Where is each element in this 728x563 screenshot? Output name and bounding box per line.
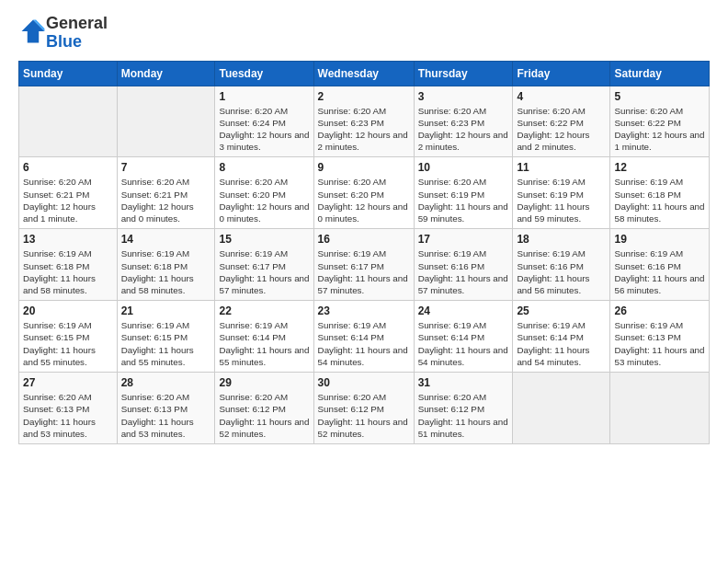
calendar-cell: 29Sunrise: 6:20 AMSunset: 6:12 PMDayligh… xyxy=(215,373,313,444)
day-number: 12 xyxy=(614,161,705,174)
day-info: Sunrise: 6:19 AMSunset: 6:16 PMDaylight:… xyxy=(517,247,606,296)
day-number: 31 xyxy=(418,376,509,389)
day-number: 5 xyxy=(614,90,705,103)
day-number: 4 xyxy=(517,90,606,103)
day-info: Sunrise: 6:19 AMSunset: 6:14 PMDaylight:… xyxy=(418,319,509,368)
calendar-cell: 12Sunrise: 6:19 AMSunset: 6:18 PMDayligh… xyxy=(610,157,710,229)
day-header-friday: Friday xyxy=(513,61,610,86)
calendar-cell: 18Sunrise: 6:19 AMSunset: 6:16 PMDayligh… xyxy=(513,229,610,301)
calendar-table: SundayMondayTuesdayWednesdayThursdayFrid… xyxy=(18,61,710,444)
calendar-cell: 8Sunrise: 6:20 AMSunset: 6:20 PMDaylight… xyxy=(215,157,313,229)
day-info: Sunrise: 6:19 AMSunset: 6:16 PMDaylight:… xyxy=(614,247,705,296)
day-number: 13 xyxy=(23,233,113,246)
day-number: 24 xyxy=(418,304,509,317)
calendar-cell: 19Sunrise: 6:19 AMSunset: 6:16 PMDayligh… xyxy=(610,229,710,301)
calendar-cell: 28Sunrise: 6:20 AMSunset: 6:13 PMDayligh… xyxy=(117,373,215,444)
logo-text: General Blue xyxy=(46,15,108,52)
day-info: Sunrise: 6:19 AMSunset: 6:17 PMDaylight:… xyxy=(219,247,309,296)
day-info: Sunrise: 6:19 AMSunset: 6:14 PMDaylight:… xyxy=(219,319,309,368)
calendar-cell: 23Sunrise: 6:19 AMSunset: 6:14 PMDayligh… xyxy=(313,301,414,373)
day-number: 27 xyxy=(23,376,113,389)
calendar-cell: 25Sunrise: 6:19 AMSunset: 6:14 PMDayligh… xyxy=(513,301,610,373)
day-number: 26 xyxy=(614,304,705,317)
day-number: 30 xyxy=(318,376,410,389)
day-number: 9 xyxy=(318,161,410,174)
calendar-cell: 24Sunrise: 6:19 AMSunset: 6:14 PMDayligh… xyxy=(414,301,513,373)
day-info: Sunrise: 6:19 AMSunset: 6:15 PMDaylight:… xyxy=(121,319,211,368)
calendar-cell xyxy=(19,86,118,157)
calendar-cell: 27Sunrise: 6:20 AMSunset: 6:13 PMDayligh… xyxy=(19,373,118,444)
logo-icon xyxy=(20,18,46,44)
logo-blue: Blue xyxy=(46,32,82,51)
day-number: 21 xyxy=(121,304,211,317)
day-number: 17 xyxy=(418,233,509,246)
day-info: Sunrise: 6:20 AMSunset: 6:21 PMDaylight:… xyxy=(121,176,211,224)
calendar-body: 1Sunrise: 6:20 AMSunset: 6:24 PMDaylight… xyxy=(19,86,710,443)
page: General Blue SundayMondayTuesdayWednesda… xyxy=(0,0,728,563)
day-number: 2 xyxy=(318,90,410,103)
day-info: Sunrise: 6:20 AMSunset: 6:23 PMDaylight:… xyxy=(318,105,410,154)
calendar-cell: 17Sunrise: 6:19 AMSunset: 6:16 PMDayligh… xyxy=(414,229,513,301)
calendar-cell: 14Sunrise: 6:19 AMSunset: 6:18 PMDayligh… xyxy=(117,229,215,301)
day-info: Sunrise: 6:19 AMSunset: 6:14 PMDaylight:… xyxy=(318,319,410,368)
calendar-cell: 16Sunrise: 6:19 AMSunset: 6:17 PMDayligh… xyxy=(313,229,414,301)
day-number: 10 xyxy=(418,161,509,174)
calendar-cell xyxy=(117,86,215,157)
day-info: Sunrise: 6:19 AMSunset: 6:16 PMDaylight:… xyxy=(418,247,509,296)
logo-general: General xyxy=(46,14,108,32)
day-number: 8 xyxy=(219,161,309,174)
calendar-cell xyxy=(610,373,710,444)
calendar-cell: 3Sunrise: 6:20 AMSunset: 6:23 PMDaylight… xyxy=(414,86,513,157)
day-info: Sunrise: 6:20 AMSunset: 6:24 PMDaylight:… xyxy=(219,105,309,154)
day-number: 25 xyxy=(517,304,606,317)
day-info: Sunrise: 6:20 AMSunset: 6:23 PMDaylight:… xyxy=(418,105,509,154)
day-info: Sunrise: 6:19 AMSunset: 6:18 PMDaylight:… xyxy=(121,247,211,296)
day-header-sunday: Sunday xyxy=(19,61,118,86)
day-number: 18 xyxy=(517,233,606,246)
calendar-cell: 30Sunrise: 6:20 AMSunset: 6:12 PMDayligh… xyxy=(313,373,414,444)
day-info: Sunrise: 6:20 AMSunset: 6:22 PMDaylight:… xyxy=(614,105,705,154)
day-number: 7 xyxy=(121,161,211,174)
calendar-cell: 21Sunrise: 6:19 AMSunset: 6:15 PMDayligh… xyxy=(117,301,215,373)
day-number: 15 xyxy=(219,233,309,246)
calendar-cell: 5Sunrise: 6:20 AMSunset: 6:22 PMDaylight… xyxy=(610,86,710,157)
calendar-cell: 26Sunrise: 6:19 AMSunset: 6:13 PMDayligh… xyxy=(610,301,710,373)
calendar-cell: 7Sunrise: 6:20 AMSunset: 6:21 PMDaylight… xyxy=(117,157,215,229)
day-header-thursday: Thursday xyxy=(414,61,513,86)
week-row-4: 20Sunrise: 6:19 AMSunset: 6:15 PMDayligh… xyxy=(19,301,710,373)
calendar-cell: 13Sunrise: 6:19 AMSunset: 6:18 PMDayligh… xyxy=(19,229,118,301)
calendar-cell: 1Sunrise: 6:20 AMSunset: 6:24 PMDaylight… xyxy=(215,86,313,157)
day-info: Sunrise: 6:20 AMSunset: 6:12 PMDaylight:… xyxy=(418,391,509,440)
day-info: Sunrise: 6:20 AMSunset: 6:20 PMDaylight:… xyxy=(219,176,309,224)
day-header-monday: Monday xyxy=(117,61,215,86)
day-info: Sunrise: 6:20 AMSunset: 6:12 PMDaylight:… xyxy=(219,391,309,440)
day-number: 16 xyxy=(318,233,410,246)
week-row-5: 27Sunrise: 6:20 AMSunset: 6:13 PMDayligh… xyxy=(19,373,710,444)
day-number: 20 xyxy=(23,304,113,317)
calendar-cell: 22Sunrise: 6:19 AMSunset: 6:14 PMDayligh… xyxy=(215,301,313,373)
day-number: 22 xyxy=(219,304,309,317)
header: General Blue xyxy=(18,15,710,52)
day-number: 28 xyxy=(121,376,211,389)
calendar-cell: 6Sunrise: 6:20 AMSunset: 6:21 PMDaylight… xyxy=(19,157,118,229)
day-info: Sunrise: 6:19 AMSunset: 6:17 PMDaylight:… xyxy=(318,247,410,296)
calendar-cell: 4Sunrise: 6:20 AMSunset: 6:22 PMDaylight… xyxy=(513,86,610,157)
day-info: Sunrise: 6:20 AMSunset: 6:20 PMDaylight:… xyxy=(318,176,410,224)
day-info: Sunrise: 6:20 AMSunset: 6:13 PMDaylight:… xyxy=(23,391,113,440)
day-number: 11 xyxy=(517,161,606,174)
calendar-cell: 9Sunrise: 6:20 AMSunset: 6:20 PMDaylight… xyxy=(313,157,414,229)
day-info: Sunrise: 6:19 AMSunset: 6:18 PMDaylight:… xyxy=(23,247,113,296)
day-info: Sunrise: 6:19 AMSunset: 6:13 PMDaylight:… xyxy=(614,319,705,368)
calendar-cell: 11Sunrise: 6:19 AMSunset: 6:19 PMDayligh… xyxy=(513,157,610,229)
day-number: 23 xyxy=(318,304,410,317)
calendar-cell: 10Sunrise: 6:20 AMSunset: 6:19 PMDayligh… xyxy=(414,157,513,229)
calendar-cell: 20Sunrise: 6:19 AMSunset: 6:15 PMDayligh… xyxy=(19,301,118,373)
calendar-cell: 2Sunrise: 6:20 AMSunset: 6:23 PMDaylight… xyxy=(313,86,414,157)
day-info: Sunrise: 6:19 AMSunset: 6:19 PMDaylight:… xyxy=(517,176,606,224)
week-row-1: 1Sunrise: 6:20 AMSunset: 6:24 PMDaylight… xyxy=(19,86,710,157)
day-info: Sunrise: 6:19 AMSunset: 6:14 PMDaylight:… xyxy=(517,319,606,368)
day-info: Sunrise: 6:20 AMSunset: 6:19 PMDaylight:… xyxy=(418,176,509,224)
day-info: Sunrise: 6:20 AMSunset: 6:12 PMDaylight:… xyxy=(318,391,410,440)
day-number: 3 xyxy=(418,90,509,103)
calendar-header: SundayMondayTuesdayWednesdayThursdayFrid… xyxy=(19,61,710,86)
